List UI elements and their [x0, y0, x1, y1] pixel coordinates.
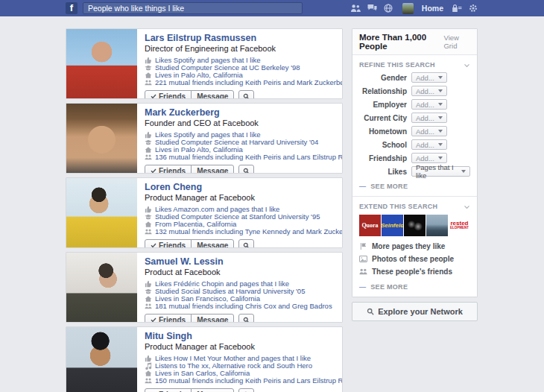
facebook-logo[interactable]: f	[66, 2, 78, 14]
home-icon	[145, 221, 152, 228]
arrested-development-tile[interactable]: rested ELOPMENT	[449, 215, 470, 236]
profile-photo[interactable]	[66, 29, 137, 98]
chevron-down-icon[interactable]	[464, 62, 470, 69]
education-icon	[145, 64, 152, 72]
home-icon	[145, 295, 152, 303]
person-name-link[interactable]: Samuel W. Lessin	[145, 256, 335, 268]
filter-label: Hometown	[359, 127, 407, 136]
result-card: Lars Eilstrup Rasmussen Director of Engi…	[66, 28, 343, 99]
mutual-friends-line[interactable]: 150 mutual friends including Keith Peiri…	[145, 377, 335, 385]
like-icon	[145, 57, 152, 64]
profile-avatar[interactable]	[402, 3, 414, 14]
person-name-link[interactable]: Mitu Singh	[145, 331, 335, 342]
mutual-friends-line[interactable]: 221 mutual friends including Keith Peiri…	[145, 79, 335, 86]
like-icon	[145, 355, 152, 362]
home-icon	[145, 146, 152, 154]
music-note-icon	[145, 362, 152, 370]
person-name-link[interactable]: Mark Zuckerberg	[145, 107, 335, 118]
profile-photo[interactable]	[66, 178, 137, 247]
friends-icon	[359, 268, 367, 276]
refine-see-more-link[interactable]: — SEE MORE	[352, 180, 477, 196]
person-name-link[interactable]: Lars Eilstrup Rasmussen	[145, 33, 335, 44]
search-person-button[interactable]	[238, 90, 254, 98]
message-button[interactable]: Message	[191, 239, 234, 247]
band-logo-tile[interactable]	[404, 215, 426, 236]
search-input[interactable]	[83, 2, 303, 14]
photos-of-these-people-link[interactable]: Photos of these people	[359, 255, 470, 263]
person-title: Director of Engineering at Facebook	[145, 44, 335, 54]
filter-label: Current City	[359, 114, 407, 122]
city-photo-tile[interactable]	[426, 215, 448, 236]
friends-button[interactable]: Friends	[145, 388, 192, 392]
refine-search-heading: REFINE THIS SEARCH	[359, 61, 435, 69]
profile-photo[interactable]	[66, 104, 137, 173]
friends-button[interactable]: Friends	[145, 239, 192, 247]
mutual-friends-line[interactable]: 181 mutual friends including Chris Cox a…	[145, 303, 335, 310]
person-name-link[interactable]: Loren Cheng	[145, 182, 335, 193]
message-button[interactable]: Message	[191, 90, 234, 98]
filter-row-employer: Employer Add...	[359, 99, 470, 110]
notifications-globe-icon[interactable]	[384, 4, 393, 13]
explore-your-network-button[interactable]: Explore your Network	[352, 302, 478, 321]
magnifier-icon	[243, 317, 250, 323]
employer-add-dropdown[interactable]: Add...	[411, 99, 447, 110]
message-button[interactable]: Message	[191, 314, 234, 322]
filter-row-current-city: Current City Add...	[359, 113, 470, 123]
search-person-button[interactable]	[238, 314, 254, 322]
message-button[interactable]: Message	[191, 388, 234, 392]
likes-dropdown[interactable]: Pages that I like	[411, 166, 470, 177]
person-title: Product Manager at Facebook	[145, 193, 335, 203]
search-person-button[interactable]	[238, 165, 254, 173]
result-card: Samuel W. Lessin Product at Facebook Lik…	[66, 252, 343, 323]
chevron-down-icon[interactable]	[464, 203, 470, 210]
friends-button[interactable]: Friends	[145, 165, 192, 173]
education-icon	[145, 139, 152, 146]
messages-icon[interactable]	[367, 4, 377, 13]
seinfeld-tile[interactable]: Seinfeld	[382, 215, 403, 236]
minus-icon: —	[359, 183, 366, 190]
person-title: Product Manager at Facebook	[145, 342, 335, 352]
filter-row-friendship: Friendship Add...	[359, 153, 470, 163]
mutual-friends-icon	[145, 154, 152, 161]
search-tools-sidebar: More Than 1,000 People View Grid REFINE …	[352, 28, 478, 321]
search-person-button[interactable]	[238, 239, 254, 247]
filter-row-likes: Likes Pages that I like	[359, 166, 470, 177]
result-card: Loren Cheng Product Manager at Facebook …	[66, 177, 343, 248]
hometown-add-dropdown[interactable]: Add...	[411, 126, 447, 136]
home-link[interactable]: Home	[422, 4, 443, 13]
liked-pages-thumbnails: Quora Seinfeld rested ELOPMENT	[352, 214, 477, 241]
message-button[interactable]: Message	[191, 165, 234, 173]
privacy-shortcuts-icon[interactable]	[452, 4, 462, 13]
friendship-add-dropdown[interactable]: Add...	[411, 153, 447, 163]
view-grid-link[interactable]: View Grid	[443, 34, 470, 50]
mutual-friends-line[interactable]: 132 mutual friends including Tyne Kenned…	[145, 228, 335, 235]
quora-tile[interactable]: Quora	[359, 215, 381, 236]
caret-down-icon	[438, 103, 443, 106]
relationship-add-dropdown[interactable]: Add...	[411, 86, 447, 96]
friend-requests-icon[interactable]	[350, 4, 361, 13]
extend-search-heading: EXTEND THIS SEARCH	[359, 203, 437, 210]
friends-button[interactable]: Friends	[145, 314, 192, 322]
mutual-friends-icon	[145, 79, 152, 86]
mutual-friends-line[interactable]: 136 mutual friends including Keith Peiri…	[145, 154, 335, 161]
filter-label: School	[359, 141, 407, 149]
profile-photo[interactable]	[66, 253, 137, 322]
filter-label: Relationship	[359, 87, 407, 95]
search-person-button[interactable]	[238, 388, 254, 392]
gender-add-dropdown[interactable]: Add...	[411, 72, 447, 83]
like-icon	[145, 131, 152, 139]
home-icon	[145, 72, 152, 79]
friends-button[interactable]: Friends	[145, 90, 192, 98]
current-city-add-dropdown[interactable]: Add...	[411, 113, 447, 123]
these-peoples-friends-link[interactable]: These people's friends	[359, 268, 470, 276]
more-pages-they-like-link[interactable]: More pages they like	[359, 242, 470, 250]
profile-photo[interactable]	[66, 327, 137, 392]
like-icon	[145, 280, 152, 288]
mutual-friends-icon	[145, 377, 152, 385]
school-add-dropdown[interactable]: Add...	[411, 139, 447, 150]
check-icon	[151, 168, 156, 173]
settings-gear-icon[interactable]	[469, 4, 478, 13]
filter-label: Gender	[359, 74, 407, 82]
home-icon	[145, 370, 152, 377]
extend-see-more-link[interactable]: — SEE MORE	[352, 280, 477, 297]
